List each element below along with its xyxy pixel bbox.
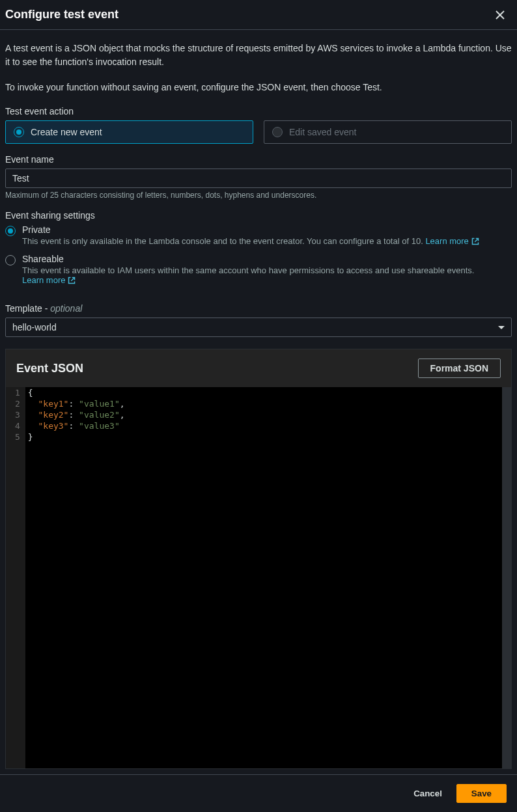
radio-icon bbox=[5, 226, 16, 236]
event-name-hint: Maximum of 25 characters consisting of l… bbox=[5, 191, 512, 200]
learn-more-private-link[interactable]: Learn more bbox=[425, 236, 479, 246]
code-token: "value2" bbox=[79, 410, 120, 420]
modal-title: Configure test event bbox=[5, 8, 119, 21]
learn-more-label: Learn more bbox=[22, 275, 65, 285]
sharing-shareable-title: Shareable bbox=[22, 254, 512, 264]
code-token: { bbox=[28, 388, 33, 398]
close-icon[interactable] bbox=[494, 8, 507, 21]
event-name-input[interactable] bbox=[5, 169, 512, 188]
event-json-title: Event JSON bbox=[16, 362, 83, 375]
event-sharing-label: Event sharing settings bbox=[5, 210, 512, 221]
sharing-private-title: Private bbox=[22, 224, 479, 235]
external-link-icon bbox=[471, 237, 479, 245]
radio-icon bbox=[5, 255, 16, 265]
test-event-action-block: Test event action Create new event Edit … bbox=[5, 106, 512, 144]
test-event-action-label: Test event action bbox=[5, 106, 512, 116]
code-token: "value3" bbox=[79, 421, 120, 431]
format-json-button[interactable]: Format JSON bbox=[418, 359, 501, 378]
event-name-label: Event name bbox=[5, 154, 512, 165]
radio-icon bbox=[14, 127, 24, 137]
template-block: Template - optional hello-world bbox=[5, 303, 512, 337]
sharing-shareable-desc-text: This event is available to IAM users wit… bbox=[22, 265, 474, 275]
create-new-event-label: Create new event bbox=[31, 127, 102, 137]
code-token: "key3" bbox=[38, 421, 68, 431]
modal-header: Configure test event bbox=[0, 0, 517, 30]
line-number: 1 bbox=[15, 387, 20, 398]
scrollbar[interactable] bbox=[502, 387, 511, 768]
code-token: "key1" bbox=[38, 399, 68, 409]
chevron-down-icon bbox=[498, 326, 505, 329]
external-link-icon bbox=[68, 277, 76, 284]
event-json-panel: Event JSON Format JSON 1 2 3 4 5 { "key1… bbox=[5, 349, 512, 769]
save-button[interactable]: Save bbox=[456, 784, 507, 803]
radio-icon bbox=[272, 127, 283, 137]
learn-more-shareable-link[interactable]: Learn more bbox=[22, 275, 76, 285]
sharing-private-option[interactable]: Private This event is only available in … bbox=[5, 224, 512, 246]
line-number: 3 bbox=[15, 409, 20, 420]
template-select-value: hello-world bbox=[12, 322, 57, 332]
modal-footer: Cancel Save bbox=[0, 774, 517, 812]
cancel-button[interactable]: Cancel bbox=[407, 785, 449, 802]
sharing-shareable-desc: This event is available to IAM users wit… bbox=[22, 265, 512, 285]
code-token: "value1" bbox=[79, 399, 120, 409]
editor-gutter: 1 2 3 4 5 bbox=[6, 387, 25, 768]
intro-paragraph-2: To invoke your function without saving a… bbox=[5, 81, 512, 94]
template-select[interactable]: hello-world bbox=[5, 318, 512, 337]
intro-paragraph-1: A test event is a JSON object that mocks… bbox=[5, 42, 512, 69]
line-number: 5 bbox=[15, 431, 20, 442]
learn-more-label: Learn more bbox=[425, 236, 468, 246]
event-name-block: Event name Maximum of 25 characters cons… bbox=[5, 154, 512, 200]
edit-saved-event-label: Edit saved event bbox=[289, 127, 357, 137]
sharing-shareable-option[interactable]: Shareable This event is available to IAM… bbox=[5, 254, 512, 285]
code-token: "key2" bbox=[38, 410, 68, 420]
sharing-private-desc-text: This event is only available in the Lamb… bbox=[22, 236, 423, 246]
json-editor[interactable]: 1 2 3 4 5 { "key1": "value1", "key2": "v… bbox=[6, 387, 511, 768]
code-token: } bbox=[28, 432, 33, 442]
template-label-prefix: Template - bbox=[5, 303, 50, 314]
line-number: 4 bbox=[15, 420, 20, 431]
template-label: Template - optional bbox=[5, 303, 512, 314]
sharing-private-desc: This event is only available in the Lamb… bbox=[22, 236, 479, 246]
event-sharing-block: Event sharing settings Private This even… bbox=[5, 210, 512, 293]
editor-content[interactable]: { "key1": "value1", "key2": "value2", "k… bbox=[25, 387, 502, 768]
edit-saved-event-option: Edit saved event bbox=[264, 120, 512, 144]
modal-body: A test event is a JSON object that mocks… bbox=[0, 30, 517, 774]
create-new-event-option[interactable]: Create new event bbox=[5, 120, 253, 144]
template-label-optional: optional bbox=[50, 303, 82, 314]
line-number: 2 bbox=[15, 398, 20, 409]
